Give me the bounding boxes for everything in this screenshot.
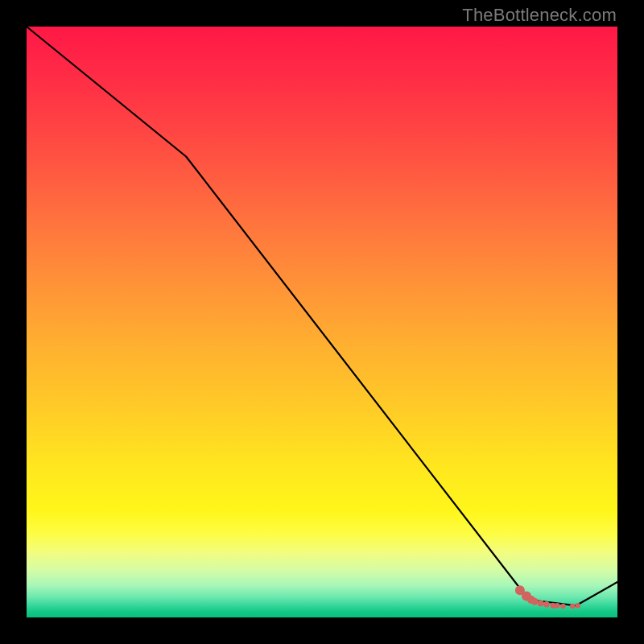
markers-group	[515, 585, 580, 609]
data-marker	[555, 603, 560, 609]
data-marker	[538, 600, 544, 606]
watermark-text: TheBottleneck.com	[462, 5, 617, 26]
data-marker	[543, 601, 550, 608]
data-marker	[570, 604, 575, 609]
chart-svg	[27, 27, 617, 617]
data-marker	[531, 598, 539, 605]
plot-area	[27, 27, 617, 617]
data-marker	[576, 603, 580, 608]
chart-frame: TheBottleneck.com	[0, 0, 644, 644]
curve-line	[27, 27, 617, 605]
data-marker	[560, 604, 565, 609]
